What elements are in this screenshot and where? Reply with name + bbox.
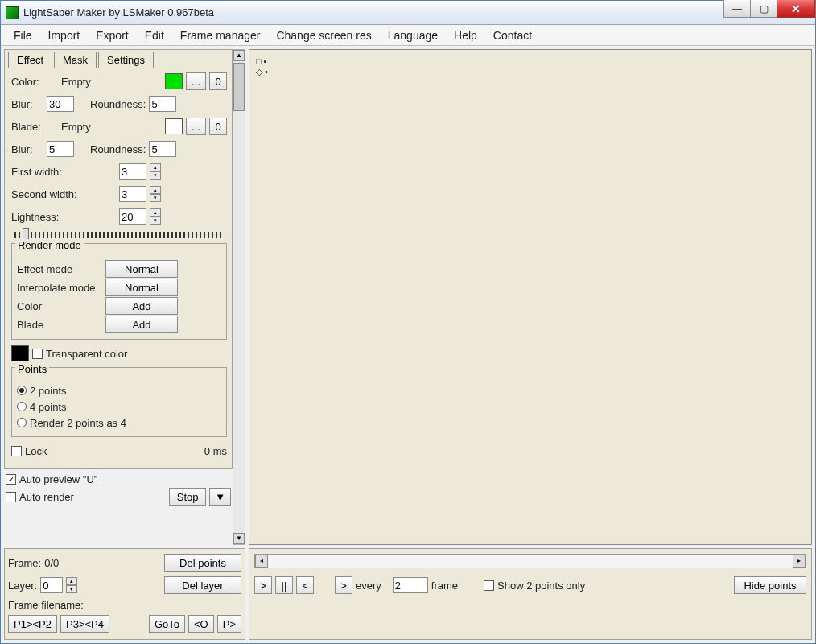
menu-change-res[interactable]: Change screen res	[268, 27, 379, 44]
color-pick-button[interactable]: ...	[186, 72, 206, 90]
frame-filename-label: Frame filename:	[8, 599, 84, 611]
rendermode-color-label: Color	[17, 300, 105, 312]
effect-mode-label: Effect mode	[17, 263, 105, 275]
stop-button[interactable]: Stop	[169, 488, 206, 506]
angle-o-button[interactable]: <O	[188, 615, 214, 633]
del-layer-button[interactable]: Del layer	[164, 576, 241, 594]
blade-swatch[interactable]	[165, 118, 183, 134]
color-zero-button[interactable]: 0	[209, 72, 227, 90]
points-4-radio[interactable]	[17, 402, 27, 411]
del-points-button[interactable]: Del points	[164, 554, 241, 572]
blade-pick-button[interactable]: ...	[186, 118, 206, 135]
auto-render-checkbox[interactable]	[6, 492, 16, 502]
auto-render-label: Auto render	[19, 491, 74, 503]
blur1-label: Blur:	[11, 98, 43, 110]
frame-word-label: frame	[431, 580, 458, 592]
menu-language[interactable]: Language	[380, 27, 446, 44]
menu-export[interactable]: Export	[88, 27, 136, 44]
minimize-button[interactable]: —	[723, 0, 751, 18]
frame-label: Frame:	[8, 557, 41, 569]
close-button[interactable]: ✕	[777, 0, 815, 18]
blur1-input[interactable]	[47, 96, 74, 112]
lightness-label: Lightness:	[11, 211, 116, 223]
points-group: Points 2 points 4 points Render 2 points…	[11, 367, 227, 437]
maximize-icon: ▢	[760, 3, 769, 14]
p1p2-button[interactable]: P1><P2	[8, 615, 57, 633]
points-2-radio[interactable]	[17, 386, 27, 395]
scroll-up-icon[interactable]: ▲	[233, 50, 245, 61]
maximize-button[interactable]: ▢	[750, 0, 777, 18]
timeline-scrollbar[interactable]: ◂ ▸	[254, 554, 806, 568]
blur2-label: Blur:	[11, 143, 43, 155]
stop-dropdown-button[interactable]: ▼	[209, 488, 231, 506]
points-2-label: 2 points	[30, 385, 67, 397]
lock-label: Lock	[25, 445, 47, 457]
auto-preview-checkbox[interactable]: ✓	[6, 474, 16, 485]
pause-button[interactable]: ||	[275, 576, 293, 594]
transparent-swatch[interactable]	[11, 345, 29, 361]
layer-label: Layer:	[8, 580, 37, 592]
rendermode-group: Render mode Effect modeNormal Interpolat…	[11, 243, 227, 340]
playback-panel: ◂ ▸ > || < > every frame Show 2 points o…	[249, 548, 812, 640]
p3p4-button[interactable]: P3><P4	[60, 615, 109, 633]
close-icon: ✕	[791, 2, 801, 15]
menu-edit[interactable]: Edit	[137, 27, 172, 44]
lightness-slider[interactable]	[14, 232, 224, 238]
points-render2as4-radio[interactable]	[17, 418, 27, 427]
step-button[interactable]: >	[335, 576, 352, 594]
lightness-spinner[interactable]: ▴▾	[150, 208, 161, 225]
lightness-input[interactable]	[119, 208, 146, 225]
menu-file[interactable]: File	[6, 27, 40, 44]
timeline-left-icon[interactable]: ◂	[255, 555, 268, 568]
rendermode-blade-button[interactable]: Add	[105, 316, 178, 333]
play-next-button[interactable]: >	[254, 576, 272, 594]
lock-checkbox[interactable]	[11, 446, 22, 456]
rendermode-color-button[interactable]: Add	[105, 297, 178, 315]
layer-input[interactable]	[40, 577, 63, 593]
menu-import[interactable]: Import	[40, 27, 89, 44]
effect-panel: Effect Mask Settings Color: Empty ...	[4, 49, 233, 469]
tab-settings[interactable]: Settings	[98, 52, 154, 68]
points-render2as4-label: Render 2 points as 4	[30, 417, 126, 429]
effect-mode-button[interactable]: Normal	[105, 260, 178, 278]
minimize-icon: —	[732, 3, 742, 14]
roundness2-input[interactable]	[149, 141, 176, 157]
timeline-right-icon[interactable]: ▸	[793, 555, 806, 568]
points-4-label: 4 points	[30, 401, 67, 413]
play-prev-button[interactable]: <	[296, 576, 314, 594]
show-2-points-checkbox[interactable]	[484, 580, 494, 591]
blade-zero-button[interactable]: 0	[209, 118, 227, 135]
first-width-input[interactable]	[119, 163, 146, 180]
timing-label: 0 ms	[204, 445, 227, 457]
tab-effect[interactable]: Effect	[8, 52, 52, 68]
first-width-label: First width:	[11, 166, 116, 178]
menu-help[interactable]: Help	[446, 27, 485, 44]
window-title: LightSaber Maker by LSMaker 0.967beta	[23, 6, 724, 19]
left-scrollbar[interactable]: ▲ ▼	[233, 49, 245, 545]
menubar: File Import Export Edit Frame manager Ch…	[1, 25, 815, 46]
second-width-input[interactable]	[119, 186, 146, 202]
every-input[interactable]	[393, 577, 428, 593]
second-width-spinner[interactable]: ▴▾	[150, 186, 161, 202]
scroll-down-icon[interactable]: ▼	[233, 533, 245, 544]
tab-mask[interactable]: Mask	[54, 52, 97, 68]
p-button[interactable]: P>	[217, 615, 241, 633]
color-state: Empty	[61, 76, 91, 88]
interpolate-mode-button[interactable]: Normal	[105, 279, 178, 296]
blur2-input[interactable]	[47, 141, 74, 157]
menu-contact[interactable]: Contact	[485, 27, 540, 44]
canvas-markers: □ ▪◇ •	[256, 56, 268, 77]
hide-points-button[interactable]: Hide points	[734, 576, 806, 594]
menu-frame-manager[interactable]: Frame manager	[172, 27, 269, 44]
transparent-checkbox[interactable]	[32, 349, 43, 359]
blade-label: Blade:	[11, 121, 43, 133]
blade-state: Empty	[61, 121, 91, 133]
preview-canvas[interactable]: □ ▪◇ •	[249, 49, 812, 545]
scroll-thumb[interactable]	[233, 63, 245, 111]
roundness1-input[interactable]	[149, 96, 176, 112]
goto-button[interactable]: GoTo	[149, 615, 185, 633]
frame-panel: Frame: 0/0 Del points Layer: ▴▾ Del laye…	[4, 548, 245, 640]
first-width-spinner[interactable]: ▴▾	[150, 163, 161, 180]
color-swatch[interactable]	[165, 73, 183, 89]
layer-spinner[interactable]: ▴▾	[66, 577, 77, 593]
